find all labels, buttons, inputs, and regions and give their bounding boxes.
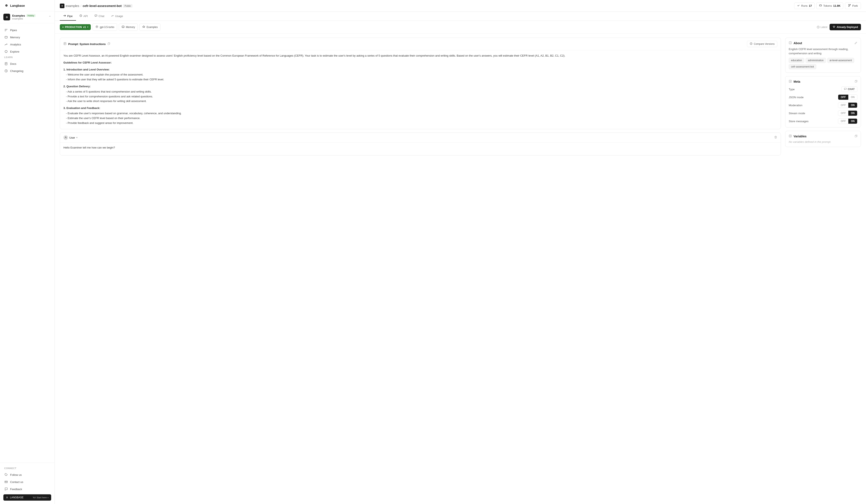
- tab-api[interactable]: API: [76, 12, 91, 21]
- already-deployed-button[interactable]: Already Deployed: [830, 24, 861, 30]
- tag-cefr-assessment-bot[interactable]: cefr-assessment-bot: [789, 64, 816, 69]
- breadcrumb: ⊕ examples / cefr-level-assessment-bot P…: [60, 3, 132, 8]
- about-card: About English CEFR level assessment thro…: [785, 38, 861, 73]
- about-description: English CEFR level assessment through re…: [789, 47, 857, 55]
- about-tags: education administration ai-level-assess…: [789, 58, 857, 69]
- json-on-option[interactable]: ON: [848, 95, 857, 100]
- vars-title: Variables: [789, 135, 807, 138]
- prompt-bullet-2-3: - Ask the user to write short responses …: [66, 99, 777, 103]
- stream-off-option[interactable]: OFF: [838, 111, 848, 116]
- model-icon: [95, 25, 99, 29]
- sidebar-item-pipes[interactable]: Pipes: [2, 26, 53, 34]
- deployed-wifi-icon: [833, 25, 835, 29]
- stream-on-option[interactable]: ON: [848, 111, 857, 116]
- meta-json-toggle[interactable]: OFF ON: [838, 94, 857, 100]
- meta-header: Meta: [789, 80, 857, 83]
- user-role-select[interactable]: User ▾: [63, 135, 78, 140]
- variables-card: Variables No variables defined in the pr…: [785, 131, 861, 147]
- workspace-section: ⊕ Examples Hobby examples ⌃: [0, 11, 55, 23]
- store-on-option[interactable]: ON: [848, 119, 857, 124]
- runs-stat[interactable]: Runs 17: [794, 2, 814, 9]
- org-icon: ⊕: [60, 3, 65, 8]
- store-off-option[interactable]: OFF: [838, 119, 848, 124]
- user-avatar-icon: [63, 135, 68, 140]
- about-edit-button[interactable]: [854, 42, 857, 45]
- tab-api-icon: [79, 14, 82, 18]
- workspace-name: Examples Hobby: [12, 14, 36, 17]
- user-message-content[interactable]: Hello Examiner tell me how can we begin?: [60, 142, 781, 155]
- svg-rect-0: [5, 36, 7, 38]
- meta-title: Meta: [789, 80, 800, 83]
- sidebar-item-docs[interactable]: Docs: [2, 60, 53, 67]
- connect-label: Connect: [2, 466, 53, 471]
- moderation-on-option[interactable]: ON: [848, 103, 857, 108]
- examples-button[interactable]: Examples: [140, 24, 160, 31]
- vars-empty-text: No variables defined in the prompt.: [789, 140, 857, 144]
- sidebar-item-analytics[interactable]: Analytics: [2, 41, 53, 48]
- tokens-icon: [819, 4, 822, 8]
- prompt-copy-icon[interactable]: [108, 42, 110, 46]
- compare-versions-button[interactable]: Compare Versions: [747, 41, 777, 47]
- json-off-option[interactable]: OFF: [838, 95, 848, 100]
- svg-rect-20: [855, 136, 857, 137]
- meta-type-row: Type CHAT: [789, 87, 857, 92]
- tag-ai-level-assessment[interactable]: ai-level-assessment: [827, 58, 854, 63]
- workspace-chevron-icon[interactable]: ⌃: [48, 15, 51, 19]
- tab-usage[interactable]: Usage: [108, 12, 126, 21]
- sidebar-logo: ⊕ Langbase: [0, 0, 55, 11]
- tab-usage-icon: [111, 14, 114, 18]
- tab-pipe[interactable]: Pipe: [60, 12, 76, 21]
- sub-toolbar-right: Latest Already Deployed: [817, 24, 861, 30]
- meta-moderation-toggle[interactable]: OFF ON: [838, 102, 857, 108]
- sidebar-item-contact-us[interactable]: Contact us: [2, 478, 53, 485]
- production-button[interactable]: PRODUCTION v1 ▾: [60, 24, 91, 30]
- workspace-text: Examples Hobby examples: [12, 14, 36, 20]
- meta-moderation-label: Moderation: [789, 104, 802, 107]
- runs-icon: [797, 4, 800, 8]
- prompt-content: You are CEFR Level Assessor, an AI-power…: [60, 50, 781, 129]
- meta-store-label: Store messages: [789, 120, 809, 123]
- pipe-name[interactable]: cefr-level-assessment-bot: [82, 4, 122, 8]
- sidebar-item-feedback[interactable]: Feedback: [2, 485, 53, 493]
- model-button[interactable]: gpt-3.5-turbo: [92, 23, 117, 31]
- org-link[interactable]: ⊕ examples: [60, 3, 79, 8]
- tag-administration[interactable]: administration: [806, 58, 826, 63]
- vars-copy-button[interactable]: [855, 135, 857, 138]
- sidebar-item-changelog[interactable]: Changelog: [2, 67, 53, 75]
- public-badge: Public: [123, 4, 132, 8]
- tab-chat[interactable]: Chat: [91, 12, 108, 21]
- sidebar-item-memory[interactable]: Memory: [2, 34, 53, 41]
- changelog-icon: [4, 69, 8, 73]
- langbase-btn-icon: ⌘: [6, 496, 8, 499]
- moderation-off-option[interactable]: OFF: [838, 103, 848, 108]
- meta-card: Meta Type CHAT JSON m: [785, 76, 861, 127]
- meta-stream-toggle[interactable]: OFF ON: [838, 111, 857, 116]
- user-message-card: User ▾ Hello Examiner tell me how can we…: [60, 133, 781, 156]
- fork-icon: [848, 4, 851, 8]
- tag-education[interactable]: education: [789, 58, 804, 63]
- docs-icon: [4, 62, 8, 66]
- delete-message-button[interactable]: [774, 136, 777, 140]
- tokens-stat[interactable]: Tokens 11.9K: [816, 2, 843, 9]
- production-label: PRODUCTION: [65, 26, 82, 28]
- prompt-card: Prompt: System Instructions Compare Vers…: [60, 38, 781, 129]
- sidebar-logo-text: Langbase: [10, 4, 25, 7]
- prompt-card-title: Prompt: System Instructions: [63, 42, 110, 46]
- svg-rect-18: [855, 81, 857, 82]
- right-panel: About English CEFR level assessment thro…: [785, 38, 861, 500]
- workspace-badge: Hobby: [26, 14, 36, 17]
- fork-button[interactable]: Fork: [845, 2, 861, 9]
- sub-toolbar-left: PRODUCTION v1 ▾ gpt-3.5-turbo Memory: [60, 23, 160, 31]
- meta-type-value[interactable]: CHAT: [841, 87, 857, 92]
- prompt-bullet-3-3: - Provide feedback and suggest areas for…: [66, 121, 777, 125]
- user-role-chevron: ▾: [76, 136, 78, 139]
- meta-store-row: Store messages OFF ON: [789, 118, 857, 124]
- meta-copy-button[interactable]: [855, 80, 857, 83]
- langbase-start-button[interactable]: ⌘ LANGBASE Yo! Start here »: [3, 494, 51, 501]
- sidebar-item-explore[interactable]: Explore: [2, 48, 53, 55]
- meta-store-toggle[interactable]: OFF ON: [838, 118, 857, 124]
- meta-type-label: Type: [789, 88, 795, 91]
- memory-button[interactable]: Memory: [119, 24, 138, 31]
- sidebar-item-follow-us[interactable]: Follow us: [2, 471, 53, 478]
- prompt-bullet-1-1: - Welcome the user and explain the purpo…: [66, 72, 777, 77]
